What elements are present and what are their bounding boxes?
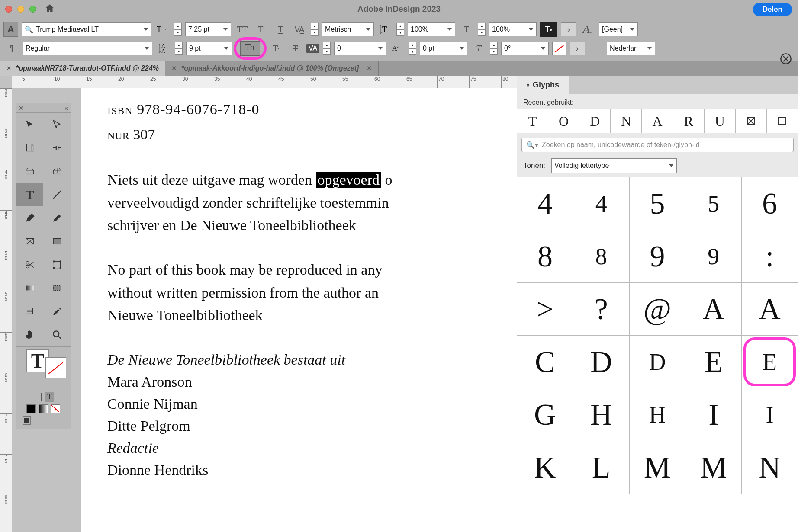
close-window-button[interactable]: [5, 6, 12, 13]
language-select[interactable]: Nederlan: [607, 42, 655, 55]
selection-tool[interactable]: [16, 113, 43, 136]
stroke-proxy-icon[interactable]: [45, 357, 66, 378]
content-collector-tool[interactable]: [16, 160, 43, 183]
glyph-cell[interactable]: 5: [630, 177, 686, 230]
font-family-select[interactable]: 🔍Trump Mediaeval LT: [22, 22, 151, 36]
recent-glyph[interactable]: U: [705, 109, 736, 133]
all-caps-icon[interactable]: TT: [235, 22, 250, 36]
formatting-text-icon[interactable]: T: [45, 392, 54, 402]
formatting-container-icon[interactable]: [33, 393, 42, 401]
recent-glyph[interactable]: A: [642, 109, 673, 133]
vertical-ruler[interactable]: 3035404550556065707580: [0, 88, 12, 532]
vert-scale-field[interactable]: 100%: [408, 22, 455, 36]
close-palette-icon[interactable]: ✕: [19, 105, 24, 112]
glyph-cell[interactable]: A: [685, 283, 742, 336]
no-fill-icon[interactable]: [552, 42, 566, 55]
rectangle-tool[interactable]: [43, 230, 71, 253]
small-caps-toggle[interactable]: TT: [240, 41, 260, 56]
glyph-cell[interactable]: E: [685, 336, 742, 388]
paragraph-formatting-mode-icon[interactable]: ¶: [3, 42, 19, 55]
glyph-cell[interactable]: 6: [742, 177, 798, 230]
glyph-cell[interactable]: L: [573, 441, 630, 494]
recent-glyph[interactable]: O: [548, 109, 579, 133]
view-mode-icon[interactable]: [22, 416, 32, 426]
kerning-stepper[interactable]: ▴▾: [311, 23, 319, 36]
glyph-cell[interactable]: 5: [685, 177, 742, 230]
recent-glyph[interactable]: D: [579, 109, 611, 133]
glyph-cell[interactable]: D: [573, 336, 630, 388]
glyph-cell[interactable]: >: [517, 283, 573, 336]
glyph-cell[interactable]: ?: [573, 283, 630, 336]
tracking-stepper[interactable]: ▴▾: [323, 42, 331, 55]
zoom-tool[interactable]: [43, 323, 71, 346]
glyph-cell[interactable]: A: [742, 283, 798, 336]
baseline-shift-stepper[interactable]: ▴▾: [409, 42, 416, 55]
content-placer-tool[interactable]: [43, 160, 71, 183]
rectangle-frame-tool[interactable]: [16, 230, 43, 253]
glyph-cell[interactable]: D: [630, 336, 686, 388]
horiz-scale-field[interactable]: 100%: [489, 22, 537, 36]
gap-tool[interactable]: [43, 136, 71, 160]
glyph-cell[interactable]: :: [742, 230, 798, 283]
tools-palette[interactable]: ✕ « T: [16, 103, 71, 429]
skew-stepper[interactable]: ▴▾: [490, 42, 498, 55]
glyph-cell[interactable]: G: [517, 388, 573, 441]
clear-recent-icon[interactable]: [780, 53, 792, 66]
scissors-tool[interactable]: [16, 253, 43, 276]
glyph-cell[interactable]: N: [742, 441, 798, 494]
chevron-right-icon[interactable]: ›: [561, 22, 576, 36]
character-formatting-mode-icon[interactable]: A: [3, 22, 18, 37]
font-style-select[interactable]: Regular: [23, 42, 152, 55]
close-tab-icon[interactable]: ✕: [6, 64, 12, 72]
glyph-cell[interactable]: I: [685, 388, 742, 441]
glyph-cell[interactable]: H: [630, 388, 686, 441]
fill-with-placeholder-text-icon[interactable]: T▸: [540, 22, 557, 37]
superscript-icon[interactable]: T¹: [254, 22, 269, 36]
skew-field[interactable]: 0°: [501, 42, 549, 55]
kerning-field[interactable]: Metrisch: [322, 22, 374, 36]
direct-selection-tool[interactable]: [43, 113, 71, 136]
apply-gradient-icon[interactable]: [39, 404, 48, 413]
show-filter-select[interactable]: Volledig lettertype: [551, 158, 677, 173]
pencil-tool[interactable]: [43, 206, 71, 230]
selected-text[interactable]: opgevoerd: [316, 172, 382, 188]
glyphs-panel-tab[interactable]: ◊ Glyphs: [517, 76, 569, 94]
apply-color-icon[interactable]: [26, 404, 36, 413]
recent-glyph[interactable]: R: [673, 109, 705, 133]
document-canvas[interactable]: isbn 978-94-6076-718-0 nur 307 Niets uit…: [12, 88, 517, 532]
subscript-icon[interactable]: T₁: [268, 42, 284, 55]
glyph-cell[interactable]: 9: [685, 230, 742, 283]
horizontal-ruler[interactable]: 5101520253035404550556065707580: [12, 76, 517, 88]
pen-tool[interactable]: [16, 206, 43, 230]
line-tool[interactable]: [43, 183, 71, 206]
glyph-cell[interactable]: 8: [517, 230, 573, 283]
glyph-cell[interactable]: I: [742, 388, 798, 441]
page-tool[interactable]: [16, 136, 43, 160]
leading-stepper[interactable]: ▴▾: [175, 42, 183, 55]
expand-panel-icon[interactable]: ◊: [527, 82, 529, 88]
glyph-cell[interactable]: 4: [573, 177, 630, 230]
glyph-cell[interactable]: @: [630, 283, 686, 336]
glyph-cell[interactable]: M: [630, 441, 686, 494]
document-tab[interactable]: ✕ *opmaakNR718-Turandot-OTF.indd @ 224%: [0, 61, 165, 76]
apply-none-icon[interactable]: [51, 404, 60, 413]
type-tool[interactable]: T: [16, 183, 43, 206]
glyph-cell[interactable]: 8: [573, 230, 630, 283]
glyph-cell[interactable]: 9: [630, 230, 686, 283]
strikethrough-icon[interactable]: T: [287, 42, 303, 55]
glyph-search-input[interactable]: 🔍▾ Zoeken op naam, unicodewaarde of teke…: [521, 138, 794, 152]
recent-glyph[interactable]: T: [517, 109, 548, 133]
collapse-palette-icon[interactable]: «: [64, 105, 68, 112]
gradient-feather-tool[interactable]: [43, 276, 71, 300]
recent-glyph[interactable]: N: [611, 109, 642, 133]
close-tab-icon[interactable]: ✕: [367, 64, 372, 72]
baseline-shift-field[interactable]: 0 pt: [420, 42, 467, 55]
glyph-cell[interactable]: K: [517, 441, 573, 494]
leading-field[interactable]: 9 pt: [186, 42, 232, 55]
vert-scale-stepper[interactable]: ▴▾: [396, 23, 404, 36]
baseline-scale-stepper[interactable]: ▴▾: [478, 23, 486, 36]
minimize-window-button[interactable]: [17, 6, 24, 13]
close-tab-icon[interactable]: ✕: [171, 64, 177, 72]
font-size-field[interactable]: 7,25 pt: [185, 22, 231, 36]
chevron-right-icon[interactable]: ›: [570, 42, 585, 55]
